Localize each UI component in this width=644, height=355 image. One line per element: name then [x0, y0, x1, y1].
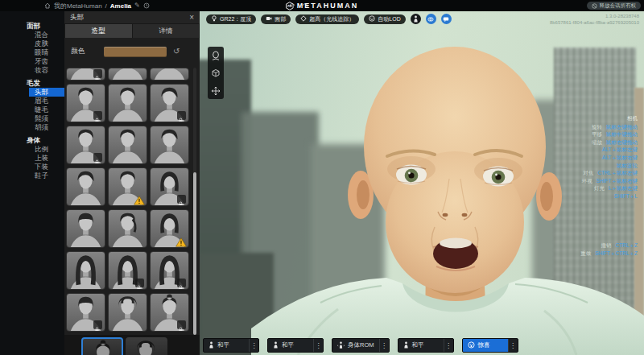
viewport-pill-面部[interactable]: 面部 — [261, 14, 291, 24]
hair-thumbnail[interactable] — [108, 209, 147, 248]
tab-详情[interactable]: 详情 — [133, 24, 200, 38]
viewport-pill-GR22：屋顶[interactable]: GR22：屋顶 — [206, 14, 256, 24]
move-tool-icon[interactable] — [210, 85, 221, 96]
gem-icon — [300, 15, 307, 23]
animation-pill-和平[interactable]: 和平⋮ — [267, 338, 324, 353]
kebab-menu-icon[interactable]: ⋮ — [313, 339, 323, 352]
animation-pill-label: 身体ROM — [348, 341, 374, 349]
hair-thumbnail[interactable] — [108, 68, 147, 80]
hair-thumbnail[interactable] — [108, 84, 147, 122]
close-icon[interactable]: × — [189, 14, 194, 22]
hair-thumbnail[interactable] — [150, 126, 189, 164]
help-value: 鼠标滚轮 — [617, 162, 638, 170]
person-icon — [208, 341, 214, 350]
kebab-menu-icon[interactable]: ⋮ — [444, 339, 453, 352]
animation-pill-main[interactable]: 和平 — [398, 339, 444, 352]
sidebar-item-髭须[interactable]: 髭须 — [29, 114, 64, 123]
release-session-button[interactable]: 释放会话所有权 — [587, 2, 642, 10]
sidebar-item-皮肤[interactable]: 皮肤 — [29, 39, 64, 48]
scrollbar-thumb[interactable] — [193, 172, 196, 335]
hair-thumbnail[interactable] — [66, 251, 105, 290]
selected-hair-thumbnail[interactable] — [126, 337, 167, 355]
hair-thumbnail[interactable] — [150, 84, 189, 122]
hair-thumbnail[interactable] — [66, 126, 105, 164]
kebab-menu-icon[interactable]: ⋮ — [379, 339, 389, 352]
animation-pill-label: 和平 — [412, 341, 424, 349]
breadcrumb-current[interactable]: Amelia — [110, 2, 131, 10]
blend-tool-icon[interactable] — [210, 68, 221, 78]
rename-icon[interactable]: ✎ — [134, 2, 140, 9]
hair-thumbnail[interactable] — [108, 293, 147, 332]
metahuman-creator-window: 我的MetaHuman / Amelia ✎ ↶ ↷ METAHUMAN 释放会… — [0, 0, 644, 355]
thumbnail-row — [66, 84, 190, 122]
sidebar-item-混合[interactable]: 混合 — [29, 31, 64, 39]
thumbnail-row — [66, 126, 190, 164]
sidebar-item-上装[interactable]: 上装 — [29, 154, 64, 163]
head-bust-image — [109, 85, 147, 122]
hair-thumbnail[interactable] — [66, 167, 105, 206]
lock-icon — [177, 279, 186, 287]
help-value: 鼠标中键拖动 — [606, 130, 638, 138]
sidebar-item-妆容[interactable]: 妆容 — [29, 66, 64, 75]
animation-pill-和平[interactable]: 和平⋮ — [203, 338, 259, 353]
kebab-menu-icon[interactable]: ⋮ — [508, 339, 518, 352]
panel-tabs: 造型详情 — [64, 23, 200, 38]
hair-thumbnail[interactable] — [108, 251, 147, 290]
compare-toggle-button[interactable] — [426, 14, 436, 24]
hair-thumbnail[interactable] — [150, 251, 189, 290]
selected-hair-thumbnail[interactable] — [81, 337, 123, 355]
hair-thumbnail[interactable] — [108, 126, 147, 164]
animation-pill-和平[interactable]: 和平⋮ — [398, 338, 454, 353]
sidebar-section-title: 毛发 — [0, 79, 64, 88]
viewport-pill-超高（光线追踪）[interactable]: 超高（光线追踪） — [295, 14, 359, 24]
sidebar-item-胡须[interactable]: 胡须 — [29, 123, 64, 132]
thumbnail-row — [66, 209, 190, 248]
viewport-pill-自动LOD[interactable]: 自动LOD — [364, 14, 405, 24]
reset-icon[interactable]: ↺ — [173, 47, 180, 56]
head-bust-image — [109, 294, 147, 331]
bulb-icon — [211, 15, 217, 23]
emotion-icon — [468, 341, 475, 350]
hair-thumbnail[interactable] — [150, 167, 189, 206]
kebab-menu-icon[interactable]: ⋮ — [249, 339, 258, 352]
sculpt-tool-icon[interactable] — [210, 50, 221, 60]
hair-thumbnail[interactable] — [66, 68, 105, 80]
animation-pill-main[interactable]: 和平 — [204, 339, 249, 352]
panel-title: 头部 — [70, 13, 84, 23]
preview-person-button[interactable] — [411, 14, 421, 24]
viewport-pill-label: 超高（光线追踪） — [309, 15, 354, 23]
breadcrumb-root[interactable]: 我的MetaHuman — [54, 2, 102, 10]
hair-thumbnail[interactable] — [108, 167, 147, 206]
sidebar-item-睫毛[interactable]: 睫毛 — [29, 105, 64, 114]
sidebar-item-鞋子[interactable]: 鞋子 — [29, 171, 64, 180]
viewport-pill-label: 自动LOD — [378, 15, 400, 23]
head-bust-image — [127, 338, 164, 355]
sidebar-item-头部[interactable]: 头部 — [29, 88, 64, 97]
hair-thumbnail[interactable] — [66, 293, 105, 332]
sidebar-item-下装[interactable]: 下装 — [29, 163, 64, 171]
hair-thumbnail[interactable] — [150, 209, 189, 248]
tab-造型[interactable]: 造型 — [65, 24, 132, 38]
animation-pill-main[interactable]: 惊喜 — [463, 339, 508, 352]
sidebar-item-眼睛[interactable]: 眼睛 — [29, 48, 64, 57]
hair-thumbnail[interactable] — [150, 293, 189, 332]
sidebar-item-牙齿[interactable]: 牙齿 — [29, 57, 64, 66]
animation-pill-身体ROM[interactable]: 身体ROM⋮ — [332, 338, 390, 353]
history-icon[interactable] — [143, 2, 150, 9]
hair-thumbnail[interactable] — [150, 68, 189, 80]
animation-pill-惊喜[interactable]: 惊喜⋮ — [462, 338, 518, 353]
hair-thumbnail[interactable] — [66, 84, 105, 122]
help-label: 对焦 — [584, 169, 594, 177]
head-bust-image — [67, 252, 105, 289]
head-bust-image — [109, 68, 147, 80]
3d-viewport[interactable]: GR22：屋顶面部超高（光线追踪）自动LOD 1.3.0-28238748 8b… — [200, 11, 644, 355]
color-swatch[interactable] — [104, 47, 167, 57]
animation-pill-main[interactable]: 身体ROM — [332, 339, 379, 352]
hair-thumbnail[interactable] — [66, 209, 105, 248]
chat-toggle-button[interactable] — [441, 14, 452, 24]
home-icon[interactable] — [44, 2, 51, 9]
sidebar-item-比例[interactable]: 比例 — [29, 145, 64, 154]
sidebar-item-眉毛[interactable]: 眉毛 — [29, 97, 64, 105]
thumbnail-row — [66, 293, 190, 332]
animation-pill-main[interactable]: 和平 — [268, 339, 313, 352]
